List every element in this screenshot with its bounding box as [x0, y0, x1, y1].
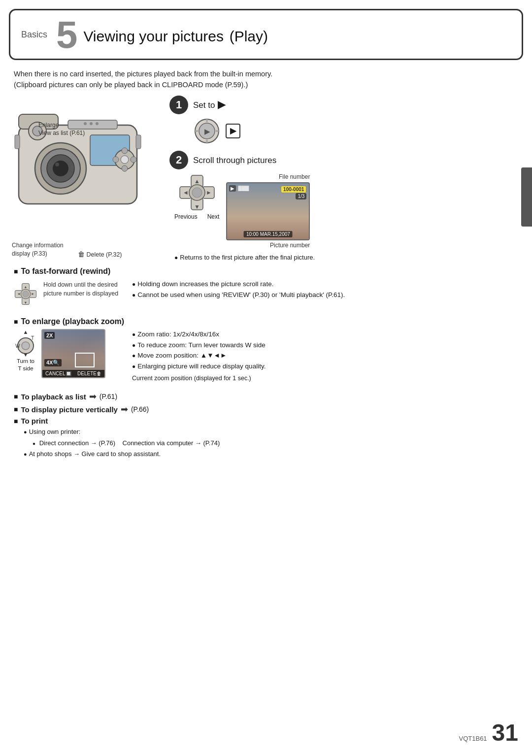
dpad-icon: ▲ ▼ ◄ ►	[178, 173, 216, 212]
svg-rect-20	[15, 135, 20, 149]
mode-badge: ▶	[229, 185, 236, 192]
zoom-left: ▲ T W ▼ Turn to T side	[14, 329, 132, 378]
file-display-container: File number 100-0001 1/3 ▶ ▓▓▓ 10:00 MAR…	[226, 173, 310, 249]
basics-label: Basics	[21, 30, 47, 40]
sections: To fast-forward (rewind) ▲ ▼ ◄	[14, 267, 518, 383]
returns-note: Returns to the first picture after the f…	[174, 253, 523, 263]
svg-rect-25	[206, 119, 208, 122]
battery-indicator: ▓▓▓	[238, 185, 249, 191]
intro-text: When there is no card inserted, the pict…	[14, 69, 518, 91]
svg-text:▲: ▲	[23, 329, 29, 335]
svg-text:W: W	[15, 343, 20, 349]
file-number-label: File number	[226, 173, 310, 180]
picture-number-label: Picture number	[226, 242, 310, 249]
zoom-content: ▲ T W ▼ Turn to T side	[14, 329, 518, 383]
zoom-lever-icon: ▲ T W ▼	[14, 329, 37, 358]
playback-list-item: ■ To playback as list ➡ (P.61)	[14, 391, 518, 402]
zoom-lever-area: ▲ T W ▼ Turn to T side	[14, 329, 37, 372]
mode-dial-icon: ▶	[194, 118, 220, 144]
svg-point-19	[121, 156, 129, 164]
step1-label: Set to ▶	[193, 96, 225, 110]
fast-forward-dpad: ▲ ▼ ◄ ►	[14, 279, 37, 309]
page-footer: VQT1B61 31	[459, 719, 518, 746]
play-icon: ▶	[226, 124, 240, 138]
fast-forward-left: ▲ ▼ ◄ ► Hold down until the desired pict…	[14, 279, 132, 309]
svg-text:▲: ▲	[24, 285, 27, 289]
timestamp: 10:00 MAR.15,2007	[244, 231, 293, 237]
camera-area: Enlarge View as list (P.61) Change infor…	[9, 96, 162, 263]
svg-rect-28	[216, 130, 219, 132]
svg-point-16	[122, 165, 128, 171]
svg-point-5	[55, 163, 59, 166]
zoom-title: To enlarge (playback zoom)	[14, 317, 518, 326]
step2-content: ▲ ▼ ◄ ► Previous Next File number	[174, 173, 523, 249]
svg-point-13	[96, 122, 99, 125]
zoom-bottom-bar: CANCEL🔲 DELETE🗑	[42, 370, 104, 377]
section-tab	[521, 167, 532, 227]
vertical-display-item: ■ To display picture vertically ➡ (P.66)	[14, 404, 518, 415]
print-title-item: ■ To print	[14, 417, 518, 425]
svg-text:▶: ▶	[204, 128, 210, 135]
zoom-rect	[75, 353, 95, 367]
print-direct: Direct connection → (P.76) Connection vi…	[33, 438, 518, 448]
step2-label: Scroll through pictures	[193, 151, 276, 165]
page-number: 31	[492, 719, 518, 746]
fast-forward-section: To fast-forward (rewind) ▲ ▼ ◄	[14, 267, 518, 309]
ff-bullet1: Holding down increases the picture scrol…	[132, 279, 518, 290]
turn-to-label: Turn to T side	[17, 358, 34, 372]
svg-text:◄: ◄	[17, 292, 20, 296]
zoom-4x-badge: 4X🔍	[44, 359, 62, 366]
svg-text:▼: ▼	[194, 203, 200, 210]
zoom-bullet1: Zoom ratio: 1x/2x/4x/8x/16x	[132, 329, 518, 340]
svg-point-34	[192, 188, 202, 197]
svg-point-15	[122, 148, 128, 154]
prev-next-labels: Previous Next	[174, 213, 219, 220]
file-number-badge: 100-0001	[281, 186, 306, 193]
delete-label: 🗑 Delete (P.32)	[78, 250, 122, 258]
svg-rect-26	[206, 140, 208, 143]
zoom-section: To enlarge (playback zoom) ▲ T W	[14, 317, 518, 383]
print-own-printer: Using own printer:	[24, 427, 518, 437]
svg-text:►: ►	[206, 189, 212, 196]
step1-row: 1 Set to ▶	[169, 96, 523, 114]
hold-text: Hold down until the desired picture numb…	[43, 281, 132, 298]
zoom-bullet4: Enlarging picture will reduce display qu…	[132, 361, 518, 372]
fast-forward-title: To fast-forward (rewind)	[14, 267, 518, 276]
camera-illustration	[9, 96, 162, 224]
counter-badge: 1/3	[296, 193, 306, 199]
svg-text:▼: ▼	[24, 300, 27, 305]
page-header: Basics 5 Viewing your pictures (Play)	[9, 9, 523, 60]
page-code: VQT1B61	[459, 735, 487, 742]
step1-circle: 1	[169, 96, 188, 114]
svg-text:◄: ◄	[183, 189, 189, 196]
step2-circle: 2	[169, 151, 188, 169]
svg-rect-27	[195, 130, 198, 132]
svg-point-44	[23, 291, 29, 297]
svg-point-18	[131, 157, 136, 163]
zoom-bullet2: To reduce zoom: Turn lever towards W sid…	[132, 340, 518, 351]
fast-forward-content: ▲ ▼ ◄ ► Hold down until the desired pict…	[14, 279, 518, 309]
svg-point-12	[90, 122, 93, 125]
svg-text:▲: ▲	[194, 178, 200, 185]
zoom-bullet3: Move zoom position: ▲▼◄►	[132, 350, 518, 361]
bottom-sections: ■ To playback as list ➡ (P.61) ■ To disp…	[14, 391, 518, 459]
svg-point-17	[113, 157, 119, 163]
change-info-label: Change information display (P.33)	[12, 241, 64, 258]
steps-area: 1 Set to ▶ ▶ ▶ 2	[166, 96, 523, 263]
svg-text:►: ►	[31, 292, 34, 296]
page-title: Viewing your pictures (Play)	[83, 23, 268, 46]
chapter-number: 5	[56, 15, 77, 54]
zoom-thumb: 2X 4X🔍 CANCEL🔲 DELETE🗑	[41, 329, 105, 378]
step1-icon-area: ▶ ▶	[194, 118, 523, 144]
ff-bullet2: Cannot be used when using 'REVIEW' (P.30…	[132, 290, 518, 300]
zoom-current-note: Current zoom position (displayed for 1 s…	[132, 373, 518, 383]
fast-forward-right: Holding down increases the picture scrol…	[132, 279, 518, 300]
step2-row: 2 Scroll through pictures	[169, 151, 523, 169]
zoom-right: Zoom ratio: 1x/2x/4x/8x/16x To reduce zo…	[132, 329, 518, 383]
svg-point-4	[53, 161, 68, 176]
svg-text:▼: ▼	[23, 352, 29, 358]
camera-display: 100-0001 1/3 ▶ ▓▓▓ 10:00 MAR.15,2007	[226, 182, 310, 240]
zoom-2x-badge: 2X	[44, 332, 55, 339]
svg-rect-21	[136, 135, 141, 149]
svg-point-52	[22, 342, 30, 350]
